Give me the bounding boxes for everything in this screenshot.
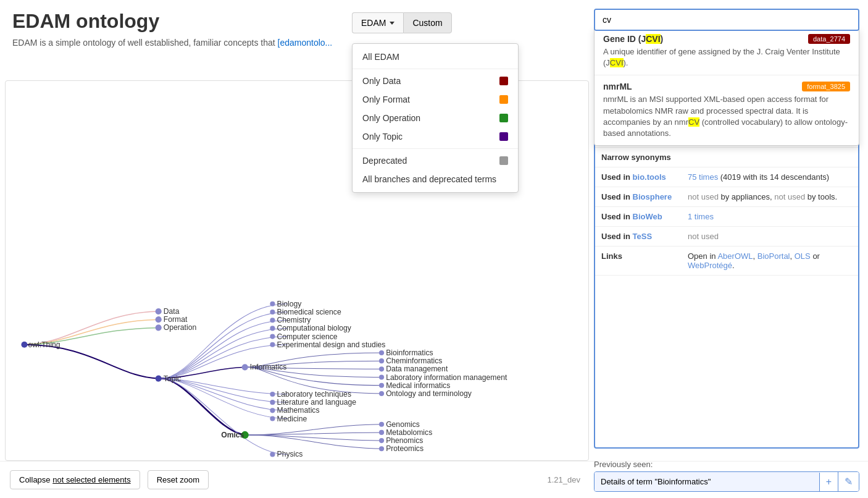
used-biotools-row: Used in bio.tools 75 times (4019 with it… — [595, 167, 858, 187]
used-tess-label: Used in TeSS — [595, 227, 682, 247]
label-medicine: Medicine — [277, 415, 307, 423]
bioweb-times-link[interactable]: 1 times — [688, 212, 714, 221]
autocomplete-item-gene-id[interactable]: Gene ID (JCVI) data_2774 A unique identi… — [595, 28, 859, 75]
label-owlthing: owl:Thing — [28, 340, 61, 349]
node-bioinformatics[interactable] — [379, 350, 384, 355]
deprecated-color-dot — [499, 156, 508, 165]
node-data[interactable] — [156, 308, 162, 314]
used-biosphere-row: Used in Biosphere not used by appliances… — [595, 187, 858, 207]
dropdown-label: Only Topic — [362, 132, 403, 141]
previously-seen-add-button[interactable]: + — [819, 473, 838, 491]
node-operation[interactable] — [156, 324, 162, 331]
node-chemistry[interactable] — [270, 318, 275, 323]
used-tess-row: Used in TeSS not used — [595, 227, 858, 247]
label-labinfo: Laboratory information management — [386, 373, 507, 382]
biotools-times-link[interactable]: 75 times — [688, 172, 718, 182]
autocomplete-desc-gene: A unique identifier of gene assigned by … — [603, 46, 850, 69]
autocomplete-title-gene: Gene ID (JCVI) — [603, 34, 663, 44]
node-compbio[interactable] — [270, 326, 275, 331]
node-metabolomics[interactable] — [379, 430, 384, 435]
webprotege-link[interactable]: WebProtégé — [688, 261, 732, 270]
label-labtechn: Laboratory techniques — [277, 390, 351, 399]
node-proteomics[interactable] — [379, 446, 384, 451]
label-ontology: Ontology and terminology — [386, 389, 472, 398]
dropdown-label: Only Data — [362, 76, 401, 86]
node-phenomics[interactable] — [379, 438, 384, 443]
collapse-label: Collapse not selected elements — [19, 475, 131, 484]
dropdown-item-all-edam[interactable]: All EDAM — [353, 48, 518, 66]
used-biosphere-label: Used in Biosphere — [595, 187, 682, 207]
label-datamgmt: Data management — [386, 365, 448, 373]
autocomplete-dropdown: Gene ID (JCVI) data_2774 A unique identi… — [594, 27, 859, 146]
reset-zoom-button[interactable]: Reset zoom — [148, 470, 209, 489]
dropdown-divider-2 — [353, 148, 518, 149]
bioweb-link[interactable]: BioWeb — [633, 212, 662, 221]
edam-button[interactable]: EDAM — [352, 12, 403, 33]
dropdown-item-only-data[interactable]: Only Data — [353, 72, 518, 90]
label-chemistry: Chemistry — [277, 316, 312, 324]
previously-seen-edit-button[interactable]: ✎ — [838, 472, 859, 491]
node-topic[interactable] — [156, 376, 162, 382]
biotools-link[interactable]: bio.tools — [633, 172, 666, 182]
bioportal-link[interactable]: BioPortal — [757, 251, 790, 261]
node-labtechn[interactable] — [270, 392, 275, 397]
node-medinfo[interactable] — [379, 383, 384, 388]
label-genomics: Genomics — [386, 420, 420, 429]
edam-label: EDAM — [361, 18, 386, 28]
dropdown-item-only-topic[interactable]: Only Topic — [353, 127, 518, 146]
node-math[interactable] — [270, 408, 275, 413]
node-biology[interactable] — [270, 302, 275, 306]
highlight-cv: CV — [688, 117, 699, 127]
label-omics: Omics — [221, 431, 244, 439]
node-labinfo[interactable] — [379, 374, 384, 379]
custom-button[interactable]: Custom — [403, 12, 451, 33]
dropdown-item-only-format[interactable]: Only Format — [353, 90, 518, 109]
links-row: Links Open in AberOWL, BioPortal, OLS or… — [595, 247, 858, 276]
narrow-synonyms-value — [682, 148, 858, 167]
edam-link[interactable]: [edamontolo... — [278, 38, 333, 48]
dropdown-item-deprecated[interactable]: Deprecated — [353, 151, 518, 170]
node-medicine[interactable] — [270, 416, 275, 421]
label-medinfo: Medical informatics — [386, 381, 450, 390]
aberowl-link[interactable]: AberOWL — [717, 251, 753, 261]
dropdown-label: Deprecated — [362, 156, 407, 166]
dropdown-divider-1 — [353, 69, 518, 69]
dropdown-item-all-branches[interactable]: All branches and deprecated terms — [353, 170, 518, 188]
node-compsci[interactable] — [270, 334, 275, 339]
used-bioweb-value: 1 times — [682, 207, 858, 227]
operation-color-dot — [499, 114, 508, 122]
label-operation: Operation — [164, 323, 196, 332]
format-color-dot — [499, 95, 508, 104]
used-biotools-value: 75 times (4019 with its 14 descendants) — [682, 167, 858, 187]
node-owlthing[interactable] — [21, 342, 27, 348]
search-input[interactable] — [595, 10, 858, 30]
ols-link[interactable]: OLS — [795, 251, 811, 261]
topic-color-dot — [499, 132, 508, 141]
links-or: or — [812, 251, 820, 261]
node-datamgmt[interactable] — [379, 366, 384, 371]
node-informatics[interactable] — [242, 364, 248, 370]
biosphere-not-used-1: not used — [688, 192, 719, 201]
autocomplete-item-nmrml[interactable]: nmrML format_3825 nmrML is an MSI suppor… — [595, 75, 859, 145]
label-cheminformatics: Cheminformatics — [386, 357, 442, 365]
dropdown-label: Only Format — [362, 95, 410, 104]
node-genomics[interactable] — [379, 422, 384, 427]
node-physics[interactable] — [270, 452, 275, 457]
tess-not-used: not used — [688, 232, 719, 241]
node-cheminformatics[interactable] — [379, 358, 384, 363]
autocomplete-title-nmrml: nmrML — [603, 82, 632, 91]
used-biotools-label: Used in bio.tools — [595, 167, 682, 187]
tess-link[interactable]: TeSS — [633, 232, 653, 241]
badge-format-3825: format_3825 — [802, 82, 850, 91]
node-expdesign[interactable] — [270, 342, 275, 347]
dropdown-item-only-operation[interactable]: Only Operation — [353, 109, 518, 127]
node-biomedical[interactable] — [270, 310, 275, 314]
biosphere-link[interactable]: Biosphere — [633, 192, 672, 201]
badge-data-2774: data_2774 — [808, 34, 850, 44]
collapse-button[interactable]: Collapse not selected elements — [10, 470, 140, 489]
previously-seen-input[interactable] — [595, 472, 819, 491]
node-ontology[interactable] — [379, 391, 384, 396]
highlight-jcvi: CVI — [646, 34, 660, 44]
node-format[interactable] — [156, 316, 162, 323]
node-litlang[interactable] — [270, 400, 275, 405]
